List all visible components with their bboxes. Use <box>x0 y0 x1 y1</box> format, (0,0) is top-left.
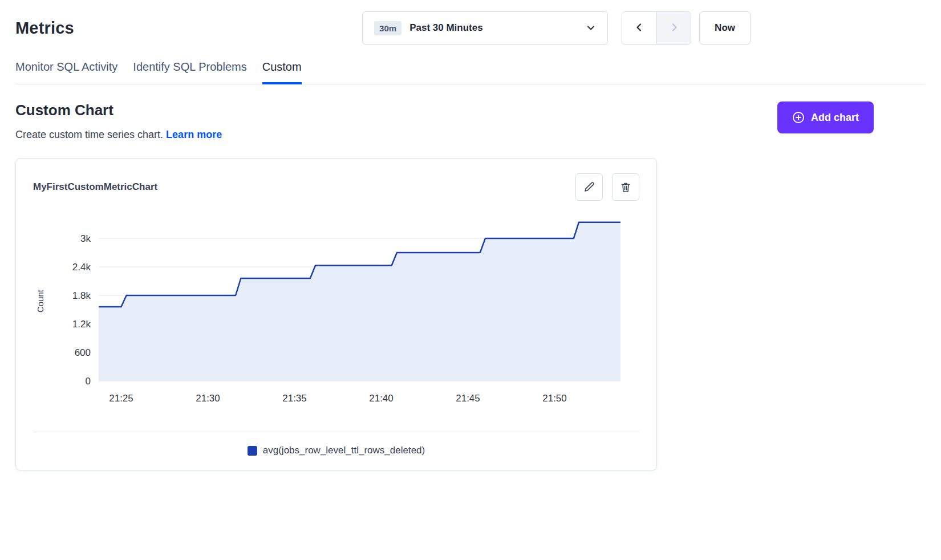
page-header: Metrics 30m Past 30 Minutes <box>15 11 926 44</box>
section-subtitle-text: Create custom time series chart. <box>15 129 163 140</box>
svg-text:600: 600 <box>75 347 91 358</box>
edit-chart-button[interactable] <box>575 173 603 201</box>
svg-text:21:35: 21:35 <box>282 393 307 404</box>
now-button[interactable]: Now <box>699 11 751 44</box>
time-controls: 30m Past 30 Minutes Now <box>362 11 751 44</box>
metrics-page: Metrics 30m Past 30 Minutes <box>0 0 941 493</box>
time-range-badge: 30m <box>374 21 401 35</box>
add-chart-button[interactable]: Add chart <box>777 102 874 133</box>
svg-text:21:25: 21:25 <box>109 393 133 404</box>
page-title: Metrics <box>15 19 74 38</box>
svg-text:21:45: 21:45 <box>456 393 480 404</box>
chevron-left-icon <box>634 22 645 35</box>
time-range-label: Past 30 Minutes <box>409 22 483 34</box>
svg-text:Count: Count <box>35 289 45 313</box>
custom-chart-plot: 06001.2k1.8k2.4k3k21:2521:3021:3521:4021… <box>33 216 626 412</box>
chart-legend: avg(jobs_row_level_ttl_rows_deleted) <box>33 445 639 456</box>
time-step-buttons <box>622 11 691 44</box>
section-title: Custom Chart <box>15 102 222 119</box>
prev-time-button[interactable] <box>622 12 656 44</box>
tab-monitor-sql-activity[interactable]: Monitor SQL Activity <box>15 60 117 84</box>
tab-custom[interactable]: Custom <box>262 60 302 84</box>
chart-canvas: 06001.2k1.8k2.4k3k21:2521:3021:3521:4021… <box>33 216 639 415</box>
legend-swatch <box>248 446 257 456</box>
svg-text:21:50: 21:50 <box>542 393 567 404</box>
svg-text:2.4k: 2.4k <box>72 262 91 273</box>
svg-text:21:40: 21:40 <box>369 393 394 404</box>
svg-text:1.8k: 1.8k <box>72 290 91 301</box>
chart-actions <box>575 173 639 201</box>
svg-text:3k: 3k <box>80 233 91 244</box>
delete-chart-button[interactable] <box>612 173 639 201</box>
next-time-button[interactable] <box>656 12 691 44</box>
chevron-right-icon <box>668 22 680 35</box>
section-subtitle: Create custom time series chart. Learn m… <box>15 129 222 141</box>
tab-identify-sql-problems[interactable]: Identify SQL Problems <box>133 60 246 84</box>
tab-bar: Monitor SQL Activity Identify SQL Proble… <box>15 60 926 84</box>
section-text: Custom Chart Create custom time series c… <box>15 102 222 141</box>
plus-circle-icon <box>792 111 805 124</box>
time-range-dropdown[interactable]: 30m Past 30 Minutes <box>362 11 608 44</box>
learn-more-link[interactable]: Learn more <box>166 129 222 140</box>
add-chart-label: Add chart <box>811 112 859 124</box>
legend-divider <box>33 432 639 432</box>
chart-title: MyFirstCustomMetricChart <box>33 181 157 193</box>
trash-icon <box>620 181 631 193</box>
chevron-down-icon <box>586 23 596 33</box>
svg-text:0: 0 <box>86 376 91 387</box>
pencil-icon <box>583 181 595 193</box>
custom-chart-section-header: Custom Chart Create custom time series c… <box>15 102 926 141</box>
legend-label: avg(jobs_row_level_ttl_rows_deleted) <box>263 445 425 456</box>
chart-card-header: MyFirstCustomMetricChart <box>33 173 639 201</box>
svg-text:1.2k: 1.2k <box>72 319 91 330</box>
svg-text:21:30: 21:30 <box>196 393 220 404</box>
custom-chart-card: MyFirstCustomMetricChart 06001.2k1.8k2.4… <box>15 158 657 470</box>
